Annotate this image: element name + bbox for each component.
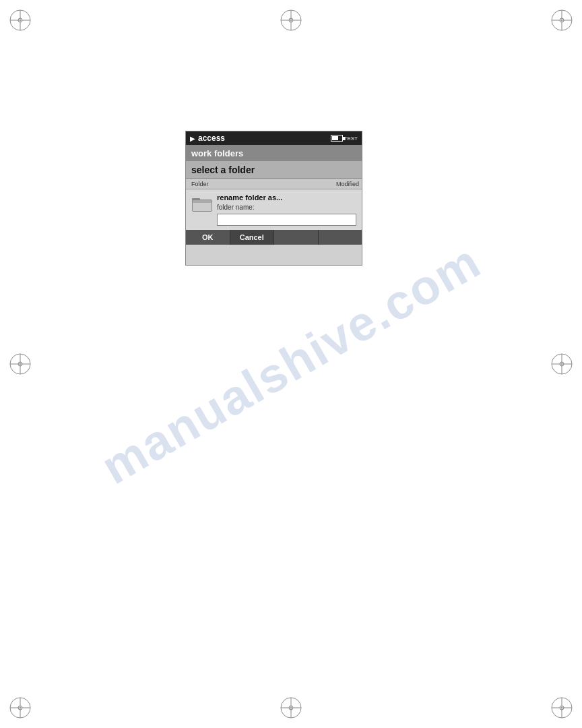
title-bar-right: TEST	[331, 135, 358, 142]
dialog-content: rename folder as... folder name:	[217, 193, 356, 226]
dialog-label: folder name:	[217, 204, 356, 211]
corner-mark-br	[548, 694, 575, 721]
folder-name-input[interactable]	[217, 214, 356, 226]
folder-icon-area	[191, 193, 213, 215]
extra-button-2	[319, 230, 362, 245]
column-modified-header: Modified	[315, 181, 362, 187]
corner-mark-mb	[278, 694, 304, 721]
dialog-area: rename folder as... folder name:	[186, 189, 362, 230]
select-folder-bar: select a folder	[186, 161, 362, 179]
battery-icon	[331, 135, 343, 142]
battery-fill	[332, 136, 339, 140]
corner-mark-mt	[278, 7, 304, 34]
watermark: manualshive.com	[92, 233, 490, 495]
corner-mark-ml	[7, 351, 34, 377]
battery-status-text: TEST	[344, 135, 358, 142]
corner-mark-bl	[7, 694, 34, 721]
extra-button-1	[274, 230, 319, 245]
column-folder-header: Folder	[186, 181, 315, 187]
select-folder-label: select a folder	[191, 164, 255, 175]
title-bar: ▶ access TEST	[186, 131, 362, 145]
corner-mark-mr	[548, 351, 575, 377]
corner-mark-tl	[7, 7, 34, 34]
work-folders-label: work folders	[191, 148, 243, 158]
button-bar: OK Cancel	[186, 230, 362, 245]
title-bar-left: ▶ access	[190, 133, 225, 143]
cancel-button[interactable]: Cancel	[230, 230, 275, 245]
dialog-title: rename folder as...	[217, 193, 356, 202]
corner-mark-tr	[548, 7, 575, 34]
title-arrow-icon: ▶	[190, 135, 195, 142]
title-text: access	[198, 133, 225, 143]
column-headers: Folder Modified	[186, 179, 362, 189]
work-folders-bar: work folders	[186, 145, 362, 161]
ok-button[interactable]: OK	[186, 230, 230, 245]
device-screen: ▶ access TEST work folders select a fold…	[185, 131, 362, 266]
svg-rect-35	[193, 200, 212, 203]
folder-icon	[192, 195, 212, 213]
